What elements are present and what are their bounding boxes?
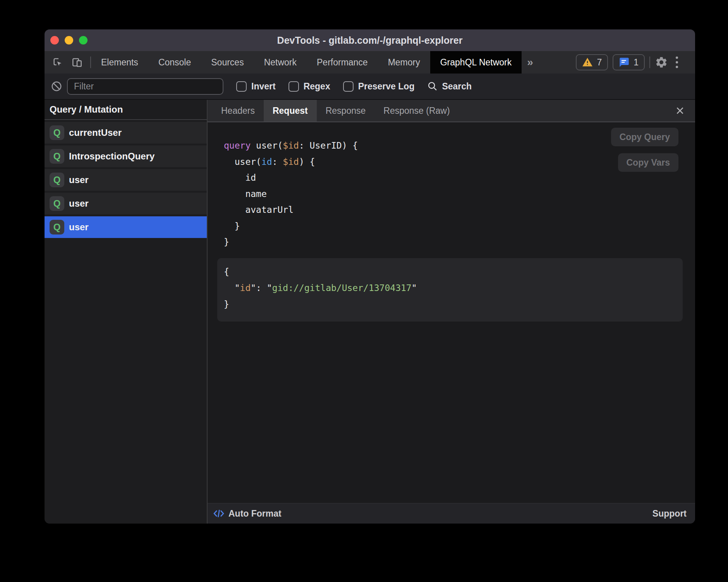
query-type-badge: Q [50, 220, 64, 235]
query-type-badge: Q [50, 196, 64, 211]
warnings-badge[interactable]: 7 [576, 54, 608, 70]
query-type-badge: Q [50, 125, 64, 140]
devtools-window: DevTools - gitlab.com/-/graphql-explorer… [45, 29, 695, 524]
close-detail-button[interactable] [674, 100, 695, 122]
query-list-item-label: user [69, 198, 89, 209]
close-icon [674, 105, 686, 116]
block-icon[interactable] [51, 80, 62, 92]
warning-count: 7 [597, 57, 602, 68]
query-type-badge: Q [50, 149, 64, 164]
tab-sources[interactable]: Sources [201, 51, 254, 74]
preserve-log-checkbox-group: Preserve Log [343, 81, 415, 92]
request-content: query user($id: UserID) { user(id: $id) … [208, 122, 695, 503]
device-toolbar-icon[interactable] [71, 56, 83, 68]
code-brackets-icon [213, 508, 225, 519]
tab-elements[interactable]: Elements [91, 51, 148, 74]
tab-performance[interactable]: Performance [307, 51, 378, 74]
regex-label: Regex [304, 81, 330, 92]
query-list-item[interactable]: Q user [45, 169, 207, 191]
graphql-variables-box: { "id": "gid://gitlab/User/13704317"} [217, 258, 683, 322]
search-icon [427, 81, 438, 92]
issues-badge[interactable]: 1 [613, 54, 645, 70]
query-list-item-label: currentUser [69, 127, 122, 138]
titlebar: DevTools - gitlab.com/-/graphql-explorer [45, 29, 695, 51]
query-list-item-label: user [69, 175, 89, 185]
request-detail-tabs: Headers Request Response Response (Raw) [208, 100, 695, 122]
tab-request[interactable]: Request [264, 100, 317, 122]
message-count: 1 [634, 57, 639, 68]
query-list-header: Query / Mutation [45, 100, 207, 120]
tab-response[interactable]: Response [317, 100, 375, 122]
invert-checkbox-group: Invert [236, 81, 276, 92]
search-control[interactable]: Search [427, 81, 472, 92]
copy-vars-button[interactable]: Copy Vars [618, 153, 679, 172]
inspect-element-icon[interactable] [52, 56, 64, 68]
tab-headers[interactable]: Headers [212, 100, 264, 122]
query-list-item[interactable]: Q currentUser [45, 122, 207, 144]
tab-console[interactable]: Console [148, 51, 201, 74]
preserve-log-label: Preserve Log [358, 81, 415, 92]
gear-icon[interactable] [655, 56, 668, 69]
preserve-log-checkbox[interactable] [343, 81, 354, 92]
tab-network[interactable]: Network [254, 51, 307, 74]
regex-checkbox-group: Regex [288, 81, 330, 92]
request-footer: Auto Format Support [208, 503, 695, 524]
invert-label: Invert [251, 81, 276, 92]
filter-input[interactable] [67, 78, 223, 95]
query-list-item-label: IntrospectionQuery [69, 151, 155, 162]
support-link[interactable]: Support [652, 508, 687, 519]
warning-icon [582, 57, 593, 68]
kebab-menu-icon[interactable] [673, 56, 681, 68]
query-type-badge: Q [50, 173, 64, 187]
tab-response-raw[interactable]: Response (Raw) [374, 100, 458, 122]
tab-memory[interactable]: Memory [378, 51, 430, 74]
query-list-item[interactable]: Q user [45, 193, 207, 214]
search-label: Search [442, 81, 472, 92]
request-detail-panel: Headers Request Response Response (Raw) … [208, 100, 695, 524]
devtools-tabbar: Elements Console Sources Network Perform… [45, 51, 695, 74]
copy-query-button[interactable]: Copy Query [611, 128, 678, 146]
regex-checkbox[interactable] [288, 81, 299, 92]
more-tabs-chevron-icon[interactable]: » [522, 51, 539, 74]
query-list-panel: Query / Mutation Q currentUser Q Introsp… [45, 100, 207, 524]
auto-format-label: Auto Format [228, 508, 282, 519]
tab-graphql-network[interactable]: GraphQL Network [430, 51, 522, 74]
message-icon [619, 57, 630, 68]
auto-format-button[interactable]: Auto Format [213, 508, 282, 519]
query-list-item-selected[interactable]: Q user [45, 216, 207, 238]
controls-separator [649, 56, 650, 68]
window-title: DevTools - gitlab.com/-/graphql-explorer [45, 35, 695, 46]
query-list-item[interactable]: Q IntrospectionQuery [45, 146, 207, 167]
invert-checkbox[interactable] [236, 81, 247, 92]
query-list-item-label: user [69, 222, 89, 233]
filter-bar: Invert Regex Preserve Log Search [45, 74, 695, 100]
